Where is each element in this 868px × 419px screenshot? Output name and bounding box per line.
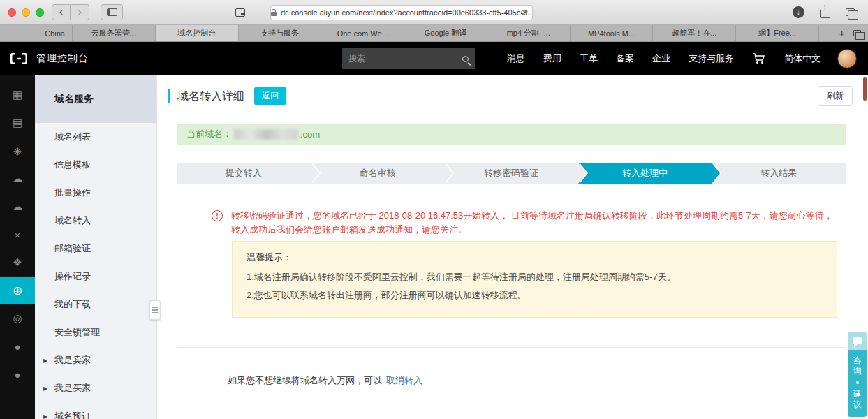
globe-icon[interactable]: ⊕ xyxy=(0,277,35,304)
nav-support[interactable]: 支持与服务 xyxy=(689,52,734,65)
zoom-window-button[interactable] xyxy=(36,8,44,17)
product-icon-rail: ▦ ▤ ◈ ☁ ☁ × ❖ ⊕ ◎ ● ● xyxy=(0,75,35,419)
tab-overview-icon[interactable] xyxy=(846,8,855,16)
browser-tab[interactable]: 云服务器管... xyxy=(73,25,156,41)
share-icon[interactable] xyxy=(820,9,830,18)
tab-grid-icon[interactable] xyxy=(853,30,861,36)
browser-tab[interactable]: 超簡單！在... xyxy=(653,25,736,41)
tab-bar: China 云服务器管... 域名控制台 支持与服务 One.com We...… xyxy=(0,25,868,42)
dot-divider xyxy=(856,381,859,384)
close-window-button[interactable] xyxy=(8,8,16,17)
sidebar-item-domain-reserve[interactable]: ▶域名预订 xyxy=(35,402,156,419)
sidebar-collapse-handle[interactable] xyxy=(149,300,161,320)
minimize-window-button[interactable] xyxy=(22,8,30,17)
sidebar-toggle-button[interactable] xyxy=(101,4,123,20)
cloud-sync-icon[interactable]: ☁ xyxy=(0,193,35,221)
sidebar-item-my-downloads[interactable]: 我的下载 xyxy=(35,291,156,318)
tab-label: MP4tools M... xyxy=(588,29,635,38)
tab-label: 域名控制台 xyxy=(177,28,216,38)
search-icon[interactable] xyxy=(462,56,469,62)
cancel-row: 如果您不想继续将域名转入万网，可以取消转入 xyxy=(177,374,846,387)
sidebar-item-buyer[interactable]: ▶我是买家 xyxy=(35,374,156,402)
frame-icon xyxy=(235,8,245,17)
tab-label: 支持与服务 xyxy=(260,28,299,38)
sidebar-item-domain-transfer-in[interactable]: 域名转入 xyxy=(35,207,156,235)
product-dot-icon[interactable]: ● xyxy=(0,332,35,360)
warning-text: 转移密码验证通过，您的域名已经于 2018-08-20 16:47:53开始转入… xyxy=(231,209,841,237)
nav-tickets[interactable]: 工单 xyxy=(580,52,598,65)
product-dot-icon-2[interactable]: ● xyxy=(0,360,35,388)
transfer-status-warning: ! 转移密码验证通过，您的域名已经于 2018-08-20 16:47:53开始… xyxy=(212,209,846,237)
forward-button[interactable]: › xyxy=(71,4,89,20)
browser-tab[interactable]: 支持与服务 xyxy=(239,25,322,41)
search-input[interactable] xyxy=(348,54,462,64)
reload-icon[interactable]: ⟳ xyxy=(521,8,528,17)
apps-grid-icon[interactable]: ▦ xyxy=(0,81,35,109)
lock-icon xyxy=(271,12,277,16)
new-tab-button[interactable]: + xyxy=(839,29,845,38)
cart-icon[interactable] xyxy=(752,52,766,65)
search-box[interactable] xyxy=(342,48,475,69)
sidebar-icon xyxy=(107,8,117,16)
step-password-verify: 转移密码验证 xyxy=(444,163,578,184)
server-list-icon[interactable]: ▤ xyxy=(0,109,35,137)
language-selector[interactable]: 简体中文 xyxy=(784,52,821,65)
browser-tab-active[interactable]: 域名控制台 xyxy=(156,25,239,41)
back-button[interactable]: ‹ xyxy=(52,4,71,20)
tab-label: 超簡單！在... xyxy=(672,28,716,38)
url-bar[interactable]: dc.console.aliyun.com/next/index?account… xyxy=(270,5,533,20)
nav-icp[interactable]: 备案 xyxy=(616,52,634,65)
browser-tab[interactable]: Google 翻译 xyxy=(404,25,487,41)
expand-arrow-icon: ▶ xyxy=(43,358,47,364)
frame-button[interactable] xyxy=(229,4,251,20)
feedback-widget[interactable]: 咨询 建议 xyxy=(848,332,867,417)
chat-bubble-icon[interactable] xyxy=(848,332,867,350)
cancel-transfer-link[interactable]: 取消转入 xyxy=(386,375,422,385)
refresh-button[interactable]: 刷新 xyxy=(818,86,853,106)
gift-icon[interactable]: ◈ xyxy=(0,137,35,165)
sidebar-title: 域名服务 xyxy=(35,75,156,123)
sidebar-item-domain-list[interactable]: 域名列表 xyxy=(35,123,156,151)
tab-label: mp4 分割 -... xyxy=(507,28,550,38)
scissors-icon[interactable]: × xyxy=(0,221,35,249)
window-controls xyxy=(8,8,44,17)
browser-tab[interactable]: MP4tools M... xyxy=(571,25,654,41)
nav-billing[interactable]: 费用 xyxy=(543,52,561,65)
console-header: 管理控制台 消息 费用 工单 备案 企业 支持与服务 简体中文 xyxy=(0,42,868,75)
tab-label: One.com We... xyxy=(337,29,388,38)
record-icon[interactable]: ◎ xyxy=(0,304,35,332)
sidebar-item-security-lock[interactable]: 安全锁管理 xyxy=(35,318,156,346)
sidebar-item-email-verify[interactable]: 邮箱验证 xyxy=(35,235,156,263)
browser-tab[interactable]: 網】Free... xyxy=(736,25,819,41)
scrollbar-thumb[interactable] xyxy=(863,77,867,101)
sidebar-item-seller[interactable]: ▶我是卖家 xyxy=(35,346,156,374)
cloud-icon[interactable]: ☁ xyxy=(0,165,35,193)
domain-label: 当前域名： xyxy=(186,128,232,140)
nav-messages[interactable]: 消息 xyxy=(507,52,525,65)
domain-suffix: .com xyxy=(300,129,320,140)
tab-label: 網】Free... xyxy=(758,28,796,38)
sidebar-item-operation-log[interactable]: 操作记录 xyxy=(35,263,156,291)
nodes-icon[interactable]: ❖ xyxy=(0,249,35,277)
progress-steps: 提交转入 命名审核 转移密码验证 转入处理中 转入结果 xyxy=(177,163,846,184)
downloads-icon[interactable]: ↓ xyxy=(793,6,804,18)
browser-tab[interactable]: China xyxy=(0,25,73,41)
tips-title: 温馨提示： xyxy=(247,251,823,264)
back-to-list-button[interactable]: 返回 xyxy=(254,87,286,105)
nav-enterprise[interactable]: 企业 xyxy=(652,52,670,65)
consult-label[interactable]: 咨询 xyxy=(853,355,862,376)
suggest-label[interactable]: 建议 xyxy=(853,389,862,410)
sidebar-item-batch-ops[interactable]: 批量操作 xyxy=(35,179,156,207)
expand-arrow-icon: ▶ xyxy=(43,413,47,419)
domain-redacted xyxy=(234,129,298,140)
aliyun-logo[interactable] xyxy=(10,52,28,65)
expand-arrow-icon: ▶ xyxy=(43,385,47,392)
user-avatar[interactable] xyxy=(837,49,857,68)
section-divider xyxy=(177,347,846,348)
browser-tab[interactable]: One.com We... xyxy=(321,25,404,41)
exclamation-icon: ! xyxy=(212,210,223,221)
sidebar-item-info-template[interactable]: 信息模板 xyxy=(35,151,156,179)
cancel-prefix-text: 如果您不想继续将域名转入万网，可以 xyxy=(228,375,382,385)
browser-tab[interactable]: mp4 分割 -... xyxy=(487,25,571,41)
tab-label: 云服务器管... xyxy=(91,28,136,38)
